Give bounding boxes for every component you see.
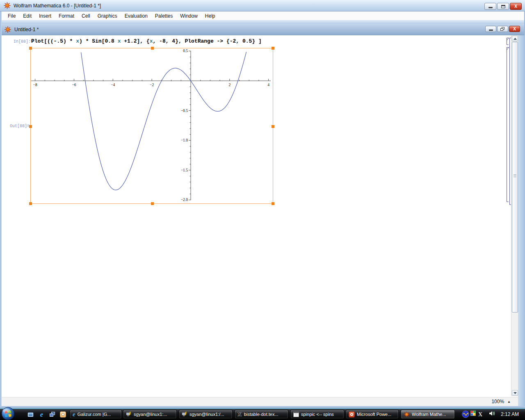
x-server-tray-icon[interactable]: X [478,411,482,418]
input-cell-code[interactable]: Plot[((-.5) * x) * Sin[0.8 x +1.2], {x, … [31,38,262,44]
arrow-up-icon [514,38,517,40]
task-button-label: bistable-dot.tex... [244,412,278,417]
task-button-label: spinpic <-- spins [301,412,334,417]
maximize-icon [501,5,505,8]
app-minimize-button[interactable] [484,3,496,10]
app-maximize-button[interactable] [497,3,509,10]
scroll-down-button[interactable] [512,390,518,396]
svg-text:−1.0: −1.0 [181,138,188,142]
x-icon: X [478,411,482,418]
menu-palettes[interactable]: Palettes [151,12,176,20]
selection-handle[interactable] [272,125,274,128]
task-button-label: Galizur.com |G... [78,412,111,417]
menu-graphics[interactable]: Graphics [94,12,121,20]
app-title: Wolfram Mathematica 6.0 - [Untitled-1 *] [14,3,101,9]
task-button-putty-1[interactable]: sgyan@linux1:... [123,410,177,419]
putty-icon [126,411,132,417]
task-button-galizur[interactable]: e Galizur.com |G... [70,410,122,419]
minimize-icon [488,7,493,8]
zoom-popup-icon: ▲ [507,400,511,404]
notebook-titlebar[interactable]: Untitled-1 * X [1,24,524,35]
svg-text:−6: −6 [72,83,76,87]
task-button-bistable[interactable]: X bistable-dot.tex... [235,410,288,419]
output-cell-bracket [507,48,509,202]
menu-file[interactable]: File [4,12,19,20]
internet-explorer-icon: e [73,411,75,418]
notebook-title: Untitled-1 * [14,27,39,32]
selection-handle[interactable] [29,47,32,50]
mdi-client-strip [1,21,524,24]
code-segment: , -8, 4}, PlotRange -> {-2, 0.5} ] [153,38,262,44]
notebook-restore-button[interactable] [497,26,508,32]
putty-icon [182,411,187,417]
selection-handle[interactable] [151,202,154,205]
close-icon: X [514,4,517,9]
svg-text:−2.0: −2.0 [181,198,188,202]
task-button-spinpic[interactable]: spinpic <-- spins [290,410,344,419]
notebook-minimize-button[interactable] [485,26,496,32]
task-button-label: sgyan@linux1:... [134,412,167,417]
menu-help[interactable]: Help [201,12,219,20]
scroll-up-button[interactable] [512,36,518,41]
svg-text:0.5: 0.5 [183,49,188,53]
menu-cell[interactable]: Cell [78,12,94,20]
selection-handle[interactable] [272,202,274,205]
desktop-icon [27,412,34,417]
svg-text:−4: −4 [111,83,115,87]
switch-windows-icon[interactable] [48,410,57,419]
desktop: Wolfram Mathematica 6.0 - [Untitled-1 *]… [0,0,525,420]
notebook-spikey-icon [5,26,11,33]
powerpoint-icon [349,411,355,418]
selection-handle[interactable] [151,47,154,50]
app-close-button[interactable]: X [510,3,522,10]
svg-text:−1.5: −1.5 [181,168,188,172]
mathematica-spikey-icon [4,2,11,9]
taskbar-clock[interactable]: 2:12 AM [497,409,523,420]
selection-handle[interactable] [272,47,274,50]
menu-insert[interactable]: Insert [35,12,55,20]
zoom-level: 100% [491,399,504,404]
code-segment: Plot[((-.5) * [31,38,76,44]
task-button-mathematica[interactable]: Wolfram Mathe... [401,410,455,419]
scrollbar-thumb[interactable] [512,42,518,313]
svg-text:−0.5: −0.5 [181,109,188,113]
volume-tray-icon[interactable] [489,411,495,416]
x-app-icon: X [237,411,242,418]
task-button-powerpoint[interactable]: Microsoft Powe... [346,410,399,419]
app-titlebar[interactable]: Wolfram Mathematica 6.0 - [Untitled-1 *]… [0,0,525,11]
selection-handle[interactable] [29,125,32,128]
show-desktop-icon[interactable] [26,410,35,419]
windows-stack-icon [50,412,55,417]
selected-plot-graphic[interactable]: −8−6−4−2240.5−0.5−1.0−1.5−2.0 [30,48,273,204]
input-cell-label: In[88]:= [14,39,33,44]
svg-text:4: 4 [267,83,269,87]
paint-icon [470,411,476,416]
svg-text:2: 2 [228,83,231,87]
plot-svg[interactable]: −8−6−4−2240.5−0.5−1.0−1.5−2.0 [30,48,273,204]
menu-format[interactable]: Format [55,12,78,20]
notebook-close-button[interactable]: X [509,26,520,32]
code-segment: ) * Sin[0.8 [79,38,118,44]
restore-icon [500,27,505,31]
signal-wave-tray-icon[interactable] [462,411,469,418]
close-icon: X [513,27,516,31]
code-variable: x [150,38,153,44]
vertical-scrollbar[interactable] [511,35,518,396]
task-button-label: Wolfram Mathe... [412,412,446,417]
selection-handle[interactable] [29,202,32,205]
magnification-control[interactable]: 100% ▲ [491,399,511,404]
start-button[interactable] [1,407,15,420]
thumb-grip [514,174,516,178]
menu-evaluation[interactable]: Evaluation [121,12,151,20]
internet-explorer-icon[interactable]: e [37,410,46,419]
window-frame-right [518,35,525,406]
menu-window[interactable]: Window [176,12,201,20]
input-cell-bracket [507,38,509,45]
menu-edit[interactable]: Edit [19,12,35,20]
mathematica-spikey-icon [404,411,410,418]
graphics-tool-tray-icon[interactable] [470,411,476,416]
clock-badge-icon [60,411,66,418]
outlook-icon[interactable] [59,410,67,419]
task-button-putty-2[interactable]: sgyan@linux1:/... [179,410,233,419]
ie-e-icon: e [40,411,43,418]
